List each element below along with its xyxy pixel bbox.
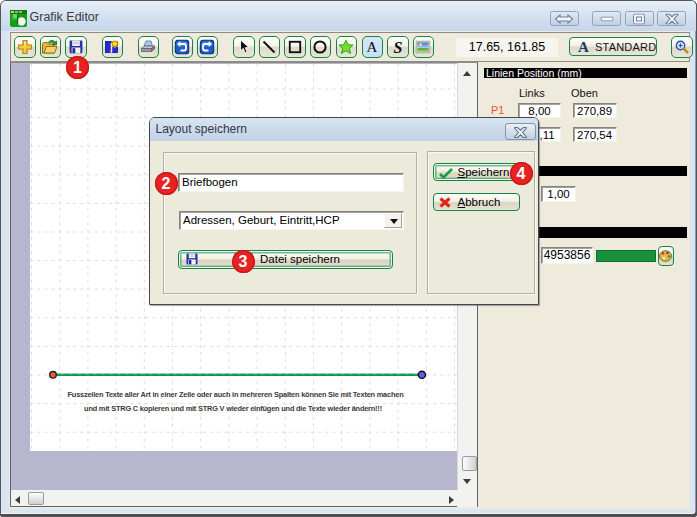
svg-text:S: S <box>393 39 402 54</box>
svg-text:A: A <box>367 39 378 54</box>
